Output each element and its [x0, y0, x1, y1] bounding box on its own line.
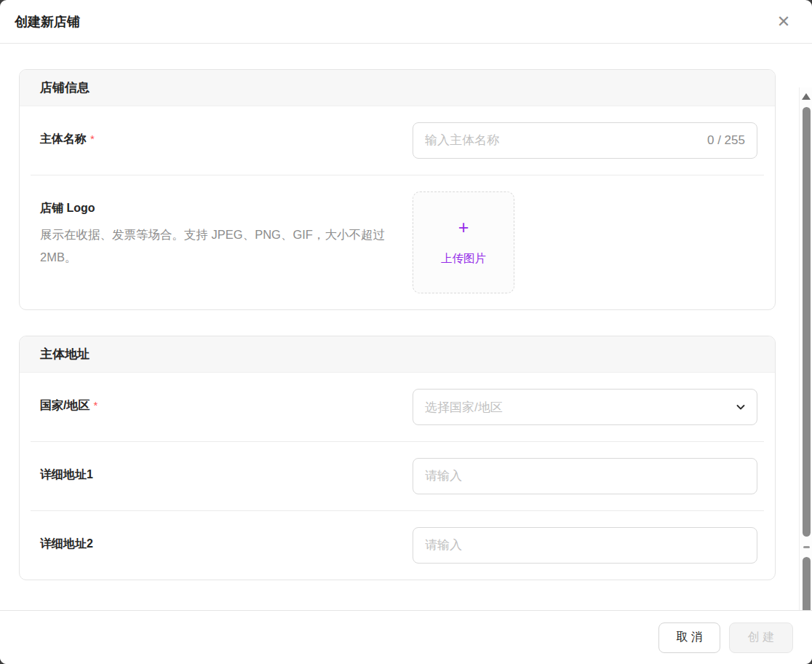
country-select-placeholder: 选择国家/地区 [425, 399, 735, 416]
dialog-body: 店铺信息 主体名称* 0 / 255 店铺 Logo [0, 44, 812, 610]
address1-label: 详细地址1 [40, 468, 93, 481]
store-logo-label: 店铺 Logo [40, 202, 95, 214]
upload-image-label: 上传图片 [441, 251, 486, 266]
dialog-header: 创建新店铺 ✕ [0, 0, 812, 44]
close-icon: ✕ [777, 14, 790, 30]
char-counter: 0 / 255 [707, 133, 745, 148]
field-row-address2: 详细地址2 [20, 511, 775, 580]
chevron-down-icon [735, 401, 747, 413]
vertical-scrollbar[interactable] [799, 87, 812, 610]
field-row-store-logo: 店铺 Logo 展示在收据、发票等场合。支持 JPEG、PNG、GIF，大小不超… [20, 175, 775, 309]
address1-input[interactable] [425, 469, 745, 483]
address2-box [413, 527, 757, 564]
create-button[interactable]: 创 建 [729, 622, 793, 653]
create-store-dialog: 创建新店铺 ✕ 店铺信息 主体名称* 0 / 255 [0, 0, 812, 664]
dialog-title: 创建新店铺 [15, 13, 80, 31]
field-row-country: 国家/地区* 选择国家/地区 [20, 373, 775, 441]
plus-icon: + [458, 218, 469, 237]
section-entity-address: 主体地址 国家/地区* 选择国家/地区 [19, 336, 776, 580]
dialog-body-content: 店铺信息 主体名称* 0 / 255 店铺 Logo [0, 69, 800, 580]
scroll-up-arrow-icon[interactable] [802, 93, 811, 100]
store-logo-description: 展示在收据、发票等场合。支持 JPEG、PNG、GIF，大小不超过 2MB。 [40, 224, 393, 269]
entity-name-label: 主体名称 [40, 133, 87, 145]
cancel-button[interactable]: 取 消 [658, 622, 720, 653]
required-asterisk: * [93, 399, 97, 411]
country-select[interactable]: 选择国家/地区 [413, 389, 757, 425]
field-row-entity-name: 主体名称* 0 / 255 [20, 106, 775, 175]
field-row-address1: 详细地址1 [20, 442, 775, 510]
address2-label: 详细地址2 [40, 537, 93, 550]
logo-upload-button[interactable]: + 上传图片 [413, 191, 514, 293]
required-asterisk: * [90, 133, 95, 145]
address1-box [413, 458, 757, 494]
close-button[interactable]: ✕ [773, 11, 795, 33]
entity-name-input[interactable] [425, 133, 700, 148]
dialog-footer: 取 消 创 建 [0, 610, 812, 664]
scrollbar-thumb-inner[interactable] [803, 557, 811, 610]
scrollbar-separator [803, 546, 810, 548]
entity-name-box: 0 / 255 [413, 122, 757, 159]
scrollbar-thumb[interactable] [803, 107, 811, 537]
section-store-info-title: 店铺信息 [20, 70, 775, 106]
section-store-info: 店铺信息 主体名称* 0 / 255 店铺 Logo [19, 69, 776, 310]
section-entity-address-title: 主体地址 [20, 336, 775, 373]
country-label: 国家/地区 [40, 399, 89, 411]
address2-input[interactable] [425, 538, 745, 553]
